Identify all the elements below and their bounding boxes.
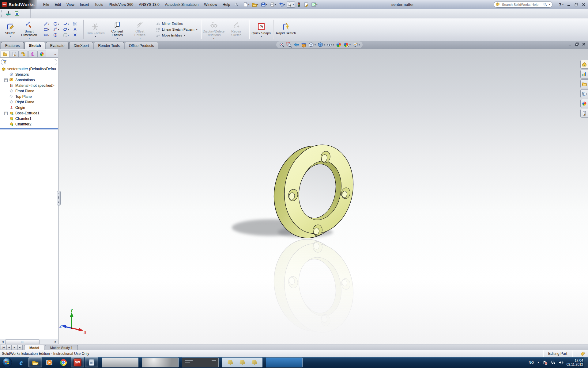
tab-office-products[interactable]: Office Products [125,42,158,49]
previous-view-button[interactable] [294,42,299,48]
taskbar-item-media-player[interactable] [43,357,56,367]
dropdown-caret-icon[interactable]: ▾ [196,28,198,31]
dropdown-caret-icon[interactable]: ▾ [58,28,59,31]
dropdown-caret-icon[interactable]: ▾ [261,35,262,38]
taskbar-item-calculator[interactable] [85,357,98,367]
dropdown-caret-icon[interactable]: ▾ [359,44,360,46]
tree-item-top-plane[interactable]: Top Plane [0,94,58,99]
dropdown-caret-icon[interactable]: ▾ [68,34,69,36]
ansys-export-button[interactable] [13,10,21,17]
tree-filter[interactable] [1,59,57,65]
taskpane-tab-home[interactable] [580,60,588,69]
dropdown-caret-icon[interactable]: ▾ [257,3,258,6]
select-cursor-button[interactable]: ▾ [287,2,295,8]
doc-tab-model[interactable]: Model [24,345,44,350]
tab-render-tools[interactable]: Render Tools [94,42,124,49]
dropdown-caret-icon[interactable]: ▾ [316,3,318,6]
rapid-sketch-button[interactable]: Rapid Sketch [275,21,297,38]
close-button[interactable] [582,3,586,6]
dropdown-caret-icon[interactable]: ▾ [213,37,214,40]
model-canvas[interactable] [59,49,588,344]
sketch-picture-button[interactable] [73,22,82,26]
taskpane-tab-custom-properties[interactable] [580,109,588,118]
menu-item-tools[interactable]: Tools [92,0,106,9]
arc-button[interactable]: ▾ [53,27,62,32]
panel-splitter-handle[interactable] [57,191,61,205]
tray-expand-arrow-icon[interactable]: ▲ [537,361,540,364]
circle-button[interactable]: ▾ [53,22,62,26]
window-preview-gray-sphere[interactable] [142,358,179,367]
nav-next-button[interactable]: ▶ [12,345,17,350]
file-properties-button[interactable] [303,2,310,8]
taskbar-item-solidworks[interactable]: SW [71,357,84,367]
dropdown-caret-icon[interactable]: ▾ [139,37,141,40]
save-button[interactable]: ▾ [260,2,268,8]
window-preview-dark-window[interactable] [182,358,219,367]
document-minimize-button[interactable] [568,42,572,46]
dropdown-caret-icon[interactable]: ▾ [68,28,69,31]
dropdown-caret-icon[interactable]: ▾ [28,37,30,40]
tab-features[interactable]: Features [1,42,24,49]
new-document-button[interactable]: ▾ [242,2,251,8]
dropdown-caret-icon[interactable]: ▾ [48,23,49,25]
filter-input[interactable] [8,60,55,64]
line-button[interactable]: ▾ [43,22,52,26]
pin-icon[interactable] [234,2,239,7]
quick-snaps-button[interactable]: Quick Snaps▾ [251,21,272,38]
edit-appearance-button[interactable] [336,42,341,48]
dropdown-caret-icon[interactable]: ▾ [333,44,334,46]
dropdown-caret-icon[interactable]: ▾ [324,44,325,46]
tree-item-origin[interactable]: Origin [0,105,58,110]
hide-show-items-button[interactable]: ▾ [327,42,334,48]
restore-button[interactable] [575,3,578,6]
datum-probe-button[interactable] [5,10,12,17]
dropdown-caret-icon[interactable]: ▾ [68,23,69,25]
tree-item-material-not-specified[interactable]: Material <not specified> [0,83,58,88]
panel-hscrollbar[interactable]: ◀ ||| ▶ [0,339,58,344]
move-entities-button[interactable]: Move Entities▾ [156,33,198,38]
taskpane-tab-design-library[interactable] [580,79,588,88]
panel-tab-dimxpertmanager[interactable] [28,51,37,57]
window-preview-cad-parts[interactable] [222,358,262,367]
dropdown-caret-icon[interactable]: ▾ [184,34,185,37]
tree-item-sensors[interactable]: Sensors [0,72,58,77]
taskbar-item-internet-explorer[interactable]: e [14,357,28,367]
undo-button[interactable]: ▾ [278,2,286,8]
tree-item-front-plane[interactable]: Front Plane [0,88,58,94]
panel-tab-configurationmanager[interactable] [19,51,28,57]
dropdown-caret-icon[interactable]: ▾ [275,3,276,6]
taskpane-tab-file-explorer[interactable] [580,89,588,98]
language-indicator[interactable]: NO [529,361,534,364]
help-search[interactable]: ? ▾ [494,1,552,8]
document-close-button[interactable] [582,42,586,46]
menu-item-window[interactable]: Window [201,0,220,9]
help-caret-icon[interactable]: ▾ [562,3,564,6]
tab-sketch[interactable]: Sketch [24,42,45,49]
dropdown-caret-icon[interactable]: ▾ [48,34,49,36]
rebuild-traffic-light-button[interactable] [296,2,302,8]
rectangle-button[interactable]: ▾ [43,27,52,32]
section-view-button[interactable] [301,42,307,48]
taskpane-tab-solidworks-resources[interactable] [580,70,588,79]
expand-toggle[interactable]: + [4,79,8,82]
dropdown-caret-icon[interactable]: ▾ [293,3,294,6]
nav-last-button[interactable]: ▶| [17,345,23,350]
menu-item-help[interactable]: Help [220,0,233,9]
tree-item-sentermutter[interactable]: sentermutter (Default<<Defau [0,66,58,72]
tree-item-chamfer1[interactable]: Chamfer1 [0,116,58,121]
scroll-left-icon[interactable]: ◀ [0,340,5,343]
view-settings-button[interactable]: ▾ [352,42,360,48]
dropdown-caret-icon[interactable]: ▾ [95,35,96,38]
panel-tab-propertymanager[interactable] [10,51,19,57]
expand-toggle[interactable]: + [4,112,8,115]
show-desktop-button[interactable] [584,357,588,368]
panel-split-bar[interactable] [0,128,58,129]
menu-item-insert[interactable]: Insert [77,0,92,9]
point-button[interactable] [73,33,82,37]
zoom-to-fit-button[interactable] [279,42,285,48]
nav-prev-button[interactable]: ◀ [6,345,12,350]
sketch-text-button[interactable] [73,27,82,32]
ellipse-button[interactable]: ▾ [63,27,72,32]
linear-sketch-pattern-button[interactable]: Linear Sketch Pattern▾ [156,27,198,32]
dropdown-caret-icon[interactable]: ▾ [349,44,351,46]
